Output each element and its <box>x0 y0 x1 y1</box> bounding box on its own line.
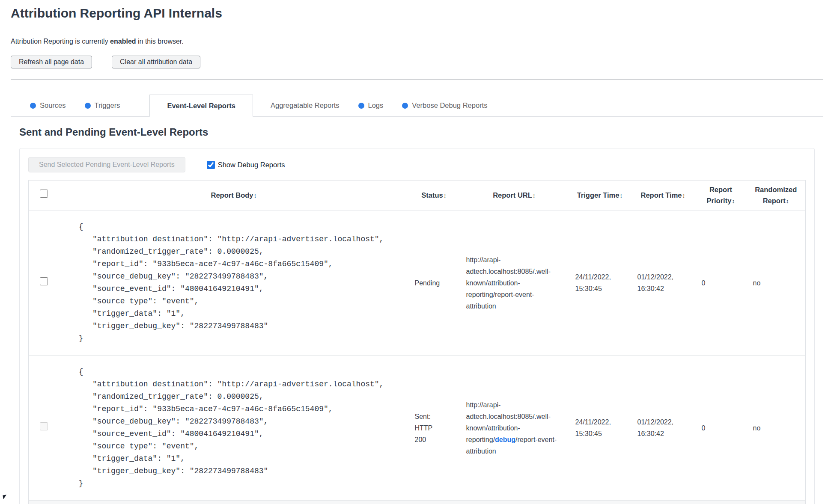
report-url-debug-segment: debug <box>495 436 515 443</box>
section-heading: Sent and Pending Event-Level Reports <box>19 126 815 138</box>
logs-data-dot-icon <box>358 103 364 109</box>
column-label: Status <box>421 191 443 199</box>
trigger-time-cell: 24/11/2022, 15:30:45 <box>569 210 631 356</box>
table-footer-row <box>29 501 806 504</box>
status-cell: Pending <box>408 210 460 356</box>
page: Attribution Reporting API Internals Attr… <box>0 6 834 504</box>
tab-label: Aggregatable Reports <box>271 101 340 110</box>
sort-icon: ↕ <box>732 198 735 205</box>
report-row-pending: { "attribution_destination": "http://ara… <box>29 210 806 356</box>
column-label: Report Priority <box>707 186 732 205</box>
report-row-sent: { "attribution_destination": "http://ara… <box>29 356 806 501</box>
report-body-json: { "attribution_destination": "http://ara… <box>79 366 402 490</box>
report-url-cell: http://arapi-adtech.localhost:8085/.well… <box>460 210 569 356</box>
triggers-data-dot-icon <box>85 103 91 109</box>
row-select-cell <box>29 210 60 356</box>
table-footer <box>29 501 806 504</box>
status-value: Sent: HTTP 200 <box>415 413 433 443</box>
sort-icon: ↕ <box>682 192 685 199</box>
column-header-report-priority[interactable]: Report Priority↕ <box>695 181 747 210</box>
sort-icon: ↕ <box>786 198 789 205</box>
verbose-debug-data-dot-icon <box>402 103 408 109</box>
tab-verbose-debug-reports[interactable]: Verbose Debug Reports <box>396 95 494 116</box>
tab-logs[interactable]: Logs <box>352 95 390 116</box>
report-body-cell: { "attribution_destination": "http://ara… <box>60 356 408 501</box>
select-all-header-cell <box>29 181 60 210</box>
sort-icon: ↕ <box>620 192 623 199</box>
reports-card: Send Selected Pending Event-Level Report… <box>19 148 815 504</box>
column-label: Report Body <box>211 191 253 199</box>
tab-aggregatable-reports[interactable]: Aggregatable Reports <box>264 95 346 116</box>
tab-label: Sources <box>40 101 66 110</box>
trigger-time-cell: 24/11/2022, 15:30:45 <box>569 356 631 501</box>
report-priority-cell: 0 <box>695 210 747 356</box>
tab-label: Verbose Debug Reports <box>412 101 487 110</box>
column-label: Report Time <box>641 191 682 199</box>
column-label: Trigger Time <box>577 191 620 199</box>
page-title: Attribution Reporting API Internals <box>11 6 823 21</box>
select-all-checkbox[interactable] <box>40 190 48 198</box>
row-select-checkbox-disabled <box>40 422 48 430</box>
status-line: Attribution Reporting is currently enabl… <box>11 38 823 45</box>
column-header-report-time[interactable]: Report Time↕ <box>631 181 695 210</box>
status-cell: Sent: HTTP 200 <box>408 356 460 501</box>
top-buttons: Refresh all page data Clear all attribut… <box>11 56 823 68</box>
tab-label: Logs <box>368 101 384 110</box>
column-header-status[interactable]: Status↕ <box>408 181 460 210</box>
column-label: Report URL <box>493 191 532 199</box>
report-body-json: { "attribution_destination": "http://ara… <box>79 221 402 345</box>
report-time-cell: 01/12/2022, 16:30:42 <box>631 210 695 356</box>
sources-data-dot-icon <box>30 103 36 109</box>
report-url-text: http://arapi-adtech.localhost:8085/.well… <box>466 256 551 310</box>
tab-event-level-reports[interactable]: Event-Level Reports <box>149 95 253 117</box>
column-header-report-url[interactable]: Report URL↕ <box>460 181 569 210</box>
show-debug-reports-checkbox[interactable] <box>207 161 215 169</box>
reports-toolbar: Send Selected Pending Event-Level Report… <box>28 157 812 172</box>
sort-icon: ↕ <box>533 192 536 199</box>
mouse-cursor-icon <box>3 495 7 499</box>
tab-triggers[interactable]: Triggers <box>78 95 127 116</box>
column-header-trigger-time[interactable]: Trigger Time↕ <box>569 181 631 210</box>
show-debug-reports-label[interactable]: Show Debug Reports <box>218 161 285 169</box>
status-enabled-highlight: enabled <box>110 38 136 45</box>
table-header-row: Report Body↕ Status↕ Report URL↕ Trigger… <box>29 181 806 210</box>
event-level-reports-table: Report Body↕ Status↕ Report URL↕ Trigger… <box>28 180 806 504</box>
row-select-checkbox[interactable] <box>40 277 48 285</box>
send-selected-pending-reports-button[interactable]: Send Selected Pending Event-Level Report… <box>28 157 185 172</box>
show-debug-reports-control: Show Debug Reports <box>207 161 285 169</box>
header-divider <box>11 80 823 80</box>
tab-label: Event-Level Reports <box>167 102 235 110</box>
column-header-randomized-report[interactable]: Randomized Report↕ <box>747 181 806 210</box>
row-select-cell <box>29 356 60 501</box>
tab-bar: Sources Triggers Event-Level Reports Agg… <box>11 95 823 117</box>
refresh-all-page-data-button[interactable]: Refresh all page data <box>11 56 92 68</box>
status-suffix: in this browser. <box>136 38 184 45</box>
clear-all-attribution-data-button[interactable]: Clear all attribution data <box>112 56 200 68</box>
sort-icon: ↕ <box>444 192 447 199</box>
randomized-report-cell: no <box>747 210 806 356</box>
column-header-report-body[interactable]: Report Body↕ <box>60 181 408 210</box>
event-level-reports-panel: Sent and Pending Event-Level Reports Sen… <box>11 126 823 504</box>
randomized-report-cell: no <box>747 356 806 501</box>
report-url-cell: http://arapi-adtech.localhost:8085/.well… <box>460 356 569 501</box>
status-prefix: Attribution Reporting is currently <box>11 38 110 45</box>
report-time-cell: 01/12/2022, 16:30:42 <box>631 356 695 501</box>
tab-label: Triggers <box>95 101 120 110</box>
report-priority-cell: 0 <box>695 356 747 501</box>
report-body-cell: { "attribution_destination": "http://ara… <box>60 210 408 356</box>
tab-sources[interactable]: Sources <box>24 95 72 116</box>
sort-icon: ↕ <box>254 192 257 199</box>
column-label: Randomized Report <box>755 186 797 205</box>
status-value: Pending <box>415 279 440 287</box>
